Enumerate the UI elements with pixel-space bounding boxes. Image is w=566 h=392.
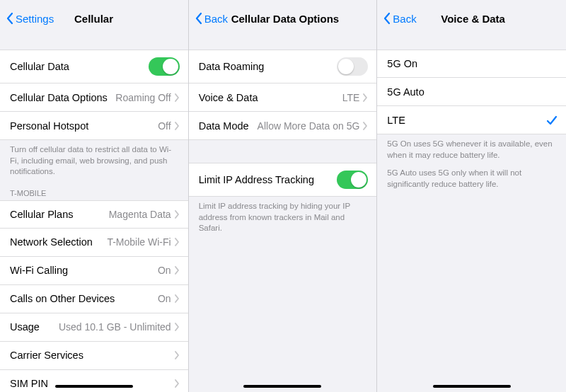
row-cellular-data-options[interactable]: Cellular Data Options Roaming Off <box>0 83 188 112</box>
row-cellular-data[interactable]: Cellular Data <box>0 50 188 83</box>
row-value: On <box>158 265 171 276</box>
row-value: Magenta Data <box>109 209 171 220</box>
navbar: Back Voice & Data <box>377 0 566 37</box>
row-label: Data Roaming <box>199 61 265 72</box>
row-limit-ip-tracking[interactable]: Limit IP Address Tracking <box>189 163 377 197</box>
back-label: Settings <box>16 13 54 25</box>
group-header: T-MOBILE <box>0 179 188 200</box>
row-lte[interactable]: LTE <box>377 106 566 134</box>
row-cellular-plans[interactable]: Cellular Plans Magenta Data <box>0 200 188 229</box>
row-label: Limit IP Address Tracking <box>199 174 314 185</box>
screen-cellular-data-options: Back Cellular Data Options Data Roaming … <box>189 0 378 392</box>
chevron-left-icon <box>6 12 14 25</box>
row-label: 5G Auto <box>387 86 424 98</box>
row-label: Carrier Services <box>10 350 83 361</box>
row-value: Roaming Off <box>115 92 171 103</box>
page-title: Cellular Data Options <box>231 13 340 25</box>
row-value: Off <box>158 120 171 132</box>
row-label: SIM PIN <box>10 378 48 389</box>
chevron-right-icon <box>362 93 368 102</box>
chevron-right-icon <box>174 379 180 388</box>
row-data-roaming[interactable]: Data Roaming <box>189 50 377 83</box>
chevron-left-icon <box>195 12 203 25</box>
navbar: Back Cellular Data Options <box>189 0 377 37</box>
row-value: On <box>158 293 171 304</box>
row-label: LTE <box>387 115 405 126</box>
chevron-right-icon <box>174 93 180 102</box>
row-label: Cellular Plans <box>10 209 73 220</box>
home-indicator[interactable] <box>433 385 511 388</box>
page-title: Voice & Data <box>441 13 505 25</box>
content: Cellular Data Cellular Data Options Roam… <box>0 37 188 392</box>
chevron-right-icon <box>174 266 180 275</box>
group-footer: Turn off cellular data to restrict all d… <box>0 140 188 179</box>
screen-voice-data: Back Voice & Data 5G On 5G Auto LTE <box>377 0 566 392</box>
row-wifi-calling[interactable]: Wi-Fi Calling On <box>0 257 188 285</box>
row-label: Wi-Fi Calling <box>10 265 68 276</box>
row-label: Personal Hotspot <box>10 120 88 132</box>
row-value: Allow More Data on 5G <box>258 120 360 132</box>
cellular-data-toggle[interactable] <box>149 57 180 76</box>
row-value: Used 10.1 GB - Unlimited <box>59 321 171 333</box>
row-label: Network Selection <box>10 236 93 248</box>
page-title: Cellular <box>74 13 113 25</box>
row-label: Voice & Data <box>199 92 258 103</box>
back-button[interactable]: Back <box>195 12 228 25</box>
checkmark-icon <box>546 115 558 126</box>
row-label: 5G On <box>387 58 417 69</box>
row-label: Cellular Data Options <box>10 92 108 103</box>
footer-text-2: 5G Auto uses 5G only when it will not si… <box>387 168 556 190</box>
limit-ip-toggle[interactable] <box>337 171 368 189</box>
chevron-right-icon <box>174 323 180 331</box>
chevron-right-icon <box>174 294 180 303</box>
back-button[interactable]: Settings <box>6 12 54 25</box>
home-indicator[interactable] <box>243 385 321 388</box>
home-indicator[interactable] <box>55 385 133 388</box>
group-footer: 5G On uses 5G whenever it is available, … <box>377 134 566 198</box>
row-label: Calls on Other Devices <box>10 293 115 304</box>
row-5g-auto[interactable]: 5G Auto <box>377 78 566 106</box>
navbar: Settings Cellular <box>0 0 188 37</box>
back-label: Back <box>204 13 228 25</box>
footer-text-1: 5G On uses 5G whenever it is available, … <box>387 139 556 161</box>
row-sim-pin[interactable]: SIM PIN <box>0 370 188 392</box>
row-label: Cellular Data <box>10 61 69 72</box>
chevron-left-icon <box>383 12 391 25</box>
row-5g-on[interactable]: 5G On <box>377 50 566 78</box>
row-value: LTE <box>342 92 360 103</box>
data-roaming-toggle[interactable] <box>337 57 368 76</box>
row-voice-data[interactable]: Voice & Data LTE <box>189 83 377 112</box>
chevron-right-icon <box>174 351 180 359</box>
row-carrier-services[interactable]: Carrier Services <box>0 342 188 370</box>
chevron-right-icon <box>174 210 180 219</box>
row-usage[interactable]: Usage Used 10.1 GB - Unlimited <box>0 313 188 342</box>
back-button[interactable]: Back <box>383 12 416 25</box>
back-label: Back <box>393 13 416 25</box>
chevron-right-icon <box>174 238 180 246</box>
chevron-right-icon <box>174 122 180 130</box>
chevron-right-icon <box>362 122 368 130</box>
row-personal-hotspot[interactable]: Personal Hotspot Off <box>0 112 188 140</box>
screen-cellular: Settings Cellular Cellular Data Cellular… <box>0 0 189 392</box>
row-calls-other-devices[interactable]: Calls on Other Devices On <box>0 285 188 313</box>
row-label: Usage <box>10 321 40 333</box>
row-value: T-Mobile Wi-Fi <box>107 236 171 248</box>
content: Data Roaming Voice & Data LTE Data Mode … <box>189 37 377 392</box>
group-footer: Limit IP address tracking by hiding your… <box>189 197 377 236</box>
row-data-mode[interactable]: Data Mode Allow More Data on 5G <box>189 112 377 140</box>
content: 5G On 5G Auto LTE 5G On uses 5G whenever… <box>377 37 566 392</box>
row-label: Data Mode <box>199 120 249 132</box>
row-network-selection[interactable]: Network Selection T-Mobile Wi-Fi <box>0 229 188 257</box>
